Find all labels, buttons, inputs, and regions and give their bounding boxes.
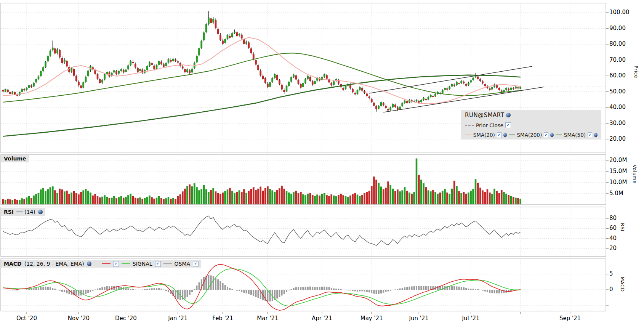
candle-body (371, 99, 372, 102)
volume-bar (205, 189, 207, 204)
candle-body (482, 82, 484, 83)
candle-body (284, 90, 285, 92)
volume-bar (26, 197, 27, 204)
candle-body (42, 67, 44, 71)
symbol-globe-icon[interactable] (506, 113, 511, 117)
sma200-checkbox[interactable]: ✔ (544, 132, 548, 138)
osma-bar (397, 289, 398, 290)
volume-bar (477, 183, 479, 204)
macd-axis-title: MACD (620, 277, 625, 292)
volume-bar (59, 189, 61, 204)
volume-bar (295, 191, 297, 204)
candle-body (300, 84, 301, 87)
candle-body (394, 105, 396, 107)
osma-bar (61, 290, 63, 292)
volume-bar (399, 192, 401, 204)
osma-bar (87, 290, 89, 293)
osma-bar (163, 290, 165, 290)
candle-body (40, 71, 42, 76)
volume-bar (314, 196, 316, 204)
volume-bar (146, 197, 148, 204)
volume-bar (199, 191, 200, 204)
candle-body (236, 32, 238, 36)
macd-checkbox[interactable]: ✔ (113, 261, 119, 267)
price-axis-tick-label: 90.00 (609, 25, 626, 32)
candle-body (203, 33, 205, 40)
osma-bar (487, 290, 488, 292)
volume-bar (255, 190, 256, 204)
sma20-checkbox[interactable]: ✔ (497, 132, 501, 138)
volume-bar (80, 192, 82, 204)
volume-bar (215, 192, 216, 204)
prior-close-checkbox[interactable]: ✔ (505, 122, 511, 128)
candle-body (331, 83, 332, 85)
osma-bar (248, 290, 250, 294)
volume-bar (343, 196, 344, 204)
volume-bar (125, 197, 127, 204)
candle-body (75, 77, 77, 81)
rsi-line (3, 216, 521, 245)
candle-body (302, 83, 304, 87)
candle-body (189, 71, 191, 73)
osma-checkbox[interactable]: ✔ (193, 261, 199, 267)
volume-bar (45, 191, 46, 204)
osma-bar (217, 279, 219, 290)
osma-bar (40, 287, 42, 290)
volume-bar (361, 195, 363, 204)
volume-bar (69, 194, 70, 204)
volume-bar (189, 184, 191, 204)
candle-body (187, 70, 188, 72)
candle-body (7, 90, 8, 92)
rsi-axis-tick-label: 40 (609, 235, 617, 242)
volume-bar (290, 194, 292, 204)
volume-bar (258, 189, 259, 204)
volume-axis-title: Volume (632, 165, 638, 184)
osma-bar (300, 287, 301, 290)
signal-checkbox[interactable]: ✔ (155, 261, 161, 267)
candle-body (373, 103, 375, 106)
volume-bar (409, 193, 410, 204)
volume-bar (61, 189, 63, 204)
candle-body (196, 56, 197, 63)
sma200-globe-icon[interactable] (550, 133, 554, 137)
osma-bar (496, 290, 498, 293)
sma50-checkbox[interactable]: ✔ (588, 132, 592, 138)
volume-bar (187, 186, 188, 204)
candle-body (59, 51, 61, 57)
volume-bar (175, 199, 176, 204)
osma-bar (130, 289, 131, 290)
volume-bar (111, 198, 112, 204)
osma-label: OSMA (175, 261, 191, 267)
candle-body (219, 35, 221, 40)
osma-bar (293, 288, 295, 290)
macd-globe-icon[interactable] (87, 261, 91, 266)
candle-body (5, 90, 6, 92)
osma-bar (406, 287, 408, 290)
sma20-globe-icon[interactable] (503, 133, 507, 137)
osma-bar (90, 290, 91, 292)
sma50-globe-icon[interactable] (594, 133, 598, 137)
rsi-params-label: (14) (24, 209, 35, 215)
candle-body (208, 18, 209, 24)
candle-body (28, 85, 30, 88)
candle-body (170, 60, 171, 62)
volume-bar (288, 193, 290, 204)
candle-body (295, 75, 297, 79)
rsi-axis-tick-label: 60 (609, 225, 617, 231)
candle-body (430, 95, 431, 97)
candle-body (52, 48, 53, 50)
volume-bar (371, 186, 372, 204)
volume-bar (418, 175, 420, 204)
osma-bar (47, 287, 49, 290)
volume-bar (234, 193, 235, 204)
osma-bar (479, 290, 481, 290)
candle-body (447, 89, 448, 90)
volume-bar (231, 191, 233, 204)
osma-bar (383, 290, 384, 293)
volume-bar (172, 198, 174, 204)
osma-bar (491, 290, 493, 293)
osma-bar (213, 276, 214, 290)
volume-bar (465, 194, 467, 204)
volume-bar (33, 196, 35, 204)
rsi-globe-icon[interactable] (38, 210, 43, 214)
